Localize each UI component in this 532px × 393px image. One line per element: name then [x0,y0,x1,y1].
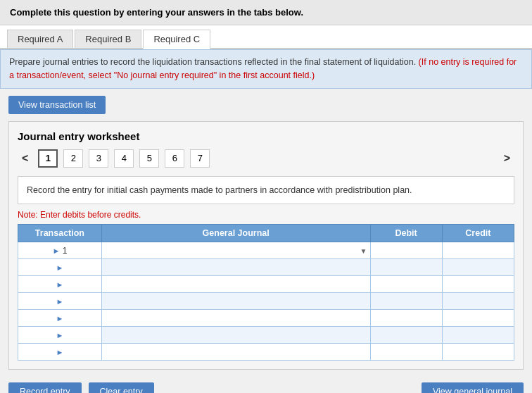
table-row: ► [18,327,514,344]
view-transaction-btn-container: View transaction list [8,96,106,114]
page-btn-7[interactable]: 7 [190,149,210,168]
row3-credit[interactable] [442,276,514,293]
col-header-transaction: Transaction [18,225,102,242]
row4-gj[interactable] [101,293,370,310]
journal-table: Transaction General Journal Debit Credit… [18,224,514,361]
row1-gj[interactable]: ▼ [101,242,370,259]
tab-required-a[interactable]: Required A [7,30,73,48]
row2-gj[interactable] [101,259,370,276]
table-row: ► [18,344,514,361]
clear-entry-button[interactable]: Clear entry [89,382,154,393]
table-row: ► [18,310,514,327]
row7-credit[interactable] [442,344,514,361]
row4-debit[interactable] [370,293,442,310]
col-header-credit: Credit [442,225,514,242]
worksheet-container: Journal entry worksheet < 1 2 3 4 5 6 7 … [8,121,524,370]
row2-debit[interactable] [370,259,442,276]
row1-transaction: ► 1 [18,242,102,259]
row3-debit[interactable] [370,276,442,293]
page-btn-4[interactable]: 4 [114,149,134,168]
row1-debit[interactable] [370,242,442,259]
bottom-buttons: Record entry Clear entry View general jo… [0,377,532,393]
nav-row: < 1 2 3 4 5 6 7 > [18,149,514,168]
row7-debit[interactable] [370,344,442,361]
table-row: ► [18,276,514,293]
page-btn-6[interactable]: 6 [165,149,184,168]
row2-transaction: ► [18,259,102,276]
info-main-text: Prepare journal entries to record the li… [9,57,416,67]
row7-gj[interactable] [101,344,370,361]
info-box: Prepare journal entries to record the li… [0,49,532,89]
view-general-journal-button[interactable]: View general journal [422,382,524,393]
row3-gj[interactable] [101,276,370,293]
row4-credit[interactable] [442,293,514,310]
row4-transaction: ► [18,293,102,310]
page-btn-2[interactable]: 2 [63,149,83,168]
description-text: Record the entry for initial cash paymen… [27,185,412,195]
prev-page-arrow[interactable]: < [18,151,32,166]
row5-credit[interactable] [442,310,514,327]
view-transaction-button[interactable]: View transaction list [8,96,106,114]
next-page-arrow[interactable]: > [500,151,514,166]
page-btn-3[interactable]: 3 [89,149,108,168]
row2-credit[interactable] [442,259,514,276]
instruction-text: Complete this question by entering your … [10,7,303,18]
row6-debit[interactable] [370,327,442,344]
table-row: ► 1 ▼ [18,242,514,259]
row6-gj[interactable] [101,327,370,344]
row5-debit[interactable] [370,310,442,327]
tab-required-b[interactable]: Required B [75,30,141,48]
row6-credit[interactable] [442,327,514,344]
tabs-bar: Required A Required B Required C [0,25,532,49]
worksheet-title: Journal entry worksheet [18,130,514,142]
row7-transaction: ► [18,344,102,361]
col-header-debit: Debit [370,225,442,242]
row3-transaction: ► [18,276,102,293]
col-header-gj: General Journal [101,225,370,242]
row5-transaction: ► [18,310,102,327]
row5-gj[interactable] [101,310,370,327]
description-box: Record the entry for initial cash paymen… [18,176,514,205]
row6-transaction: ► [18,327,102,344]
record-entry-button[interactable]: Record entry [8,382,82,393]
page-btn-5[interactable]: 5 [139,149,159,168]
page-btn-1[interactable]: 1 [38,149,58,168]
tab-required-c[interactable]: Required C [143,30,210,49]
table-row: ► [18,259,514,276]
note-text: Note: Enter debits before credits. [18,210,514,220]
instruction-bar: Complete this question by entering your … [0,0,532,25]
table-row: ► [18,293,514,310]
row1-credit[interactable] [442,242,514,259]
